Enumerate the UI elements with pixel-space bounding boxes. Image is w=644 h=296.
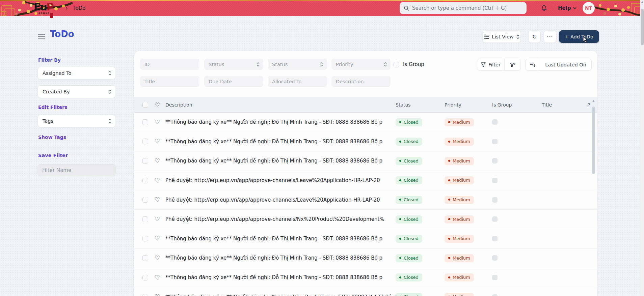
filter-title-input[interactable] xyxy=(140,76,199,87)
status-dot-icon xyxy=(399,257,401,259)
filter-status-select-2[interactable]: Status xyxy=(268,59,327,70)
like-heart-icon[interactable]: ♡ xyxy=(155,254,160,261)
like-heart-icon[interactable]: ♡ xyxy=(155,138,160,145)
table-row[interactable]: ♡ **Thông báo đăng ký xe** Người đề nghị… xyxy=(134,248,597,268)
filter-button[interactable]: Filter xyxy=(477,59,504,70)
priority-badge: Medium xyxy=(445,118,474,126)
priority-badge-label: Medium xyxy=(453,178,470,183)
row-description[interactable]: Phê duyệt: http://erp.eup.vn/app/approve… xyxy=(165,177,396,183)
like-heart-icon[interactable]: ♡ xyxy=(155,196,160,203)
table-row[interactable]: ♡ Phê duyệt: http://erp.eup.vn/app/appro… xyxy=(134,171,597,190)
notifications-button[interactable] xyxy=(537,5,551,11)
like-heart-icon[interactable]: ♡ xyxy=(155,118,160,125)
liked-by-heart-icon[interactable]: ♡ xyxy=(155,101,160,108)
row-checkbox[interactable] xyxy=(142,158,148,164)
top-navbar: Eu P GROUP › ToDo Search or type a comma… xyxy=(0,0,644,16)
row-checkbox[interactable] xyxy=(142,275,148,280)
page-scroll-up-arrow[interactable]: ▲ xyxy=(640,0,644,4)
row-description[interactable]: **Thông báo đăng ký xe** Người đề nghị: … xyxy=(165,255,396,261)
select-all-checkbox[interactable] xyxy=(142,102,148,108)
list-scrollbar[interactable]: ▲ xyxy=(591,98,596,296)
is-group-checkbox[interactable] xyxy=(394,62,399,67)
column-header-is-group[interactable]: Is Group xyxy=(492,102,542,108)
column-header-priority[interactable]: Priority xyxy=(445,102,492,108)
table-row[interactable]: ♡ **Thông báo đăng ký xe** Người đề nghị… xyxy=(134,268,597,288)
like-heart-icon[interactable]: ♡ xyxy=(155,215,160,223)
global-search-input[interactable]: Search or type a command (Ctrl + G) xyxy=(400,2,527,14)
help-menu[interactable]: Help xyxy=(555,5,579,11)
like-heart-icon[interactable]: ♡ xyxy=(155,235,160,242)
row-description[interactable]: Phê duyệt: http://erp.eup.vn/app/approve… xyxy=(165,216,396,222)
filter-status-select-1[interactable]: Status xyxy=(204,59,263,70)
table-row[interactable]: ♡ **Thông báo đăng ký xe** Người đề nghị… xyxy=(134,132,597,152)
table-row[interactable]: ♡ Phê duyệt: http://erp.eup.vn/app/appro… xyxy=(134,210,597,229)
column-header-description[interactable]: Description xyxy=(165,102,396,108)
row-checkbox[interactable] xyxy=(142,139,148,144)
row-description[interactable]: **Thông báo đăng ký xe** Người đề nghị: … xyxy=(165,274,396,280)
filter-priority-select[interactable]: Priority xyxy=(331,59,391,70)
is-group-row-checkbox xyxy=(492,178,498,183)
breadcrumb-todo-link[interactable]: ToDo xyxy=(73,5,86,11)
row-description[interactable]: Phê duyệt: http://erp.eup.vn/app/approve… xyxy=(165,197,396,203)
priority-badge: Medium xyxy=(445,215,474,224)
created-by-select[interactable]: Created By xyxy=(37,85,116,98)
help-label: Help xyxy=(558,5,571,11)
eup-logo[interactable]: Eu P GROUP xyxy=(34,2,53,12)
table-row[interactable]: ♡ **Thông báo đăng ký xe** Người đề nghị… xyxy=(134,151,597,171)
sort-field-button[interactable]: Last Updated On xyxy=(540,59,591,70)
priority-badge-label: Medium xyxy=(453,158,470,164)
page-scrollbar[interactable]: ▲ xyxy=(640,0,644,296)
like-heart-icon[interactable]: ♡ xyxy=(155,274,160,281)
filter-name-input[interactable] xyxy=(37,164,116,176)
sort-direction-button[interactable] xyxy=(526,59,540,70)
table-row[interactable]: ♡ Phê duyệt: http://erp.eup.vn/app/appro… xyxy=(134,190,597,210)
status-badge-label: Closed xyxy=(404,158,419,164)
tags-select[interactable]: Tags xyxy=(37,115,116,127)
filter-button-group: Filter xyxy=(477,59,521,71)
row-checkbox[interactable] xyxy=(142,236,148,241)
user-avatar[interactable]: NT xyxy=(583,2,595,14)
clear-filter-button[interactable] xyxy=(504,59,520,70)
is-group-row-checkbox xyxy=(492,158,498,164)
row-checkbox[interactable] xyxy=(142,255,148,261)
is-group-filter-label: Is Group xyxy=(403,61,424,67)
status-badge-label: Closed xyxy=(404,197,419,202)
row-checkbox[interactable] xyxy=(142,216,148,222)
status-badge: Closed xyxy=(396,254,422,262)
filter-due-date-input[interactable] xyxy=(204,76,263,87)
page-scrollbar-thumb[interactable] xyxy=(641,9,644,45)
filter-allocated-to-input[interactable] xyxy=(268,76,327,87)
filter-priority-placeholder: Priority xyxy=(336,62,353,67)
row-description[interactable]: **Thông báo đăng ký xe** Người đề nghị: … xyxy=(165,139,396,145)
row-description[interactable]: **Thông báo đăng ký xe** Người đề nghị: … xyxy=(165,294,396,296)
row-checkbox[interactable] xyxy=(142,294,148,296)
row-description[interactable]: **Thông báo đăng ký xe** Người đề nghị: … xyxy=(165,119,396,125)
list-scrollbar-thumb[interactable] xyxy=(592,107,595,174)
status-dot-icon xyxy=(399,199,401,201)
show-tags-link[interactable]: Show Tags xyxy=(38,135,116,140)
column-header-status[interactable]: Status xyxy=(396,102,445,108)
table-row[interactable]: ♡ **Thông báo đăng ký xe** Người đề nghị… xyxy=(134,229,597,249)
filter-status-1-placeholder: Status xyxy=(209,62,224,67)
is-group-row-checkbox xyxy=(492,119,498,125)
row-description[interactable]: **Thông báo đăng ký xe** Người đề nghị: … xyxy=(165,158,396,164)
table-header-row: ♡ Description Status Priority Is Group T… xyxy=(134,97,597,113)
edit-filters-link[interactable]: Edit Filters xyxy=(38,105,116,110)
assigned-to-select[interactable]: Assigned To xyxy=(37,67,116,80)
like-heart-icon[interactable]: ♡ xyxy=(155,177,160,184)
status-dot-icon xyxy=(399,276,401,278)
row-checkbox[interactable] xyxy=(142,119,148,125)
row-checkbox[interactable] xyxy=(142,197,148,203)
like-heart-icon[interactable]: ♡ xyxy=(155,293,160,296)
status-badge: Closed xyxy=(396,138,422,146)
like-heart-icon[interactable]: ♡ xyxy=(155,157,160,164)
scroll-up-arrow-icon[interactable]: ▲ xyxy=(591,98,596,103)
row-description[interactable]: **Thông báo đăng ký xe** Người đề nghị: … xyxy=(165,236,396,242)
column-header-title[interactable]: Title xyxy=(542,102,587,108)
status-badge: Closed xyxy=(396,157,422,165)
filter-id-input[interactable] xyxy=(140,59,199,70)
filter-description-input[interactable] xyxy=(331,76,391,87)
table-row[interactable]: ♡ **Thông báo đăng ký xe** Người đề nghị… xyxy=(134,287,597,296)
table-row[interactable]: ♡ **Thông báo đăng ký xe** Người đề nghị… xyxy=(134,113,597,132)
row-checkbox[interactable] xyxy=(142,178,148,183)
